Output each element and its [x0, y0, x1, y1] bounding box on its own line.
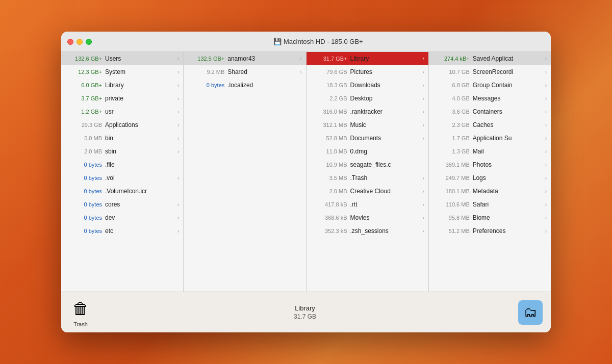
item-size: 249.7 MB — [433, 175, 470, 181]
list-item[interactable]: 6.0 GB+Library› — [61, 79, 183, 92]
close-button[interactable] — [67, 39, 73, 45]
list-item[interactable]: 9.2 MBShared› — [184, 65, 305, 79]
list-item[interactable]: 316.0 MB.ranktracker› — [307, 105, 428, 118]
col-header-4[interactable]: 274.4 kB+Saved Applicat› — [429, 52, 551, 65]
item-name: System — [105, 68, 175, 75]
header-name: anamor43 — [227, 55, 298, 62]
list-item[interactable]: 12.3 GB+System› — [61, 65, 183, 79]
item-size: 2.0 MB — [311, 188, 347, 194]
library-folder-icon: 🗂 — [518, 300, 543, 325]
chevron-icon: › — [177, 122, 179, 128]
col-header-1[interactable]: 132.6 GB+Users› — [61, 52, 183, 65]
header-size: 132.6 GB+ — [65, 56, 102, 62]
item-size: 180.1 MB — [433, 188, 470, 194]
item-size: 417.8 kB — [311, 201, 347, 207]
chevron-icon: › — [545, 215, 547, 221]
item-size: 10.7 GB — [433, 69, 470, 75]
list-item[interactable]: 51.2 MBPreferences› — [429, 224, 551, 238]
item-size: 1.7 GB — [433, 135, 470, 141]
chevron-icon: › — [300, 69, 301, 75]
list-item[interactable]: 0 bytes.file — [61, 158, 183, 171]
item-name: Messages — [473, 95, 543, 102]
trash-icon[interactable]: 🗑 Trash — [69, 298, 92, 327]
list-item[interactable]: 1.2 GB+usr› — [61, 105, 183, 118]
list-item[interactable]: 5.0 MBbin› — [61, 132, 183, 145]
chevron-icon: › — [422, 189, 424, 194]
item-name: Caches — [473, 121, 543, 128]
item-name: dev — [105, 214, 175, 221]
item-size: 0 bytes — [65, 175, 102, 181]
list-item[interactable]: 6.8 GBGroup Contain› — [429, 79, 551, 92]
item-name: Application Su — [473, 135, 543, 142]
list-item[interactable]: 249.7 MBLogs› — [429, 171, 551, 185]
header-name: Saved Applicat — [473, 55, 543, 62]
footer: 🗑 Trash Library 31.7 GB 🗂 — [61, 292, 551, 332]
item-size: 10.9 MB — [311, 162, 347, 168]
header-name: Users — [105, 55, 175, 62]
chevron-icon: › — [422, 228, 424, 234]
list-item[interactable]: 79.6 GBPictures› — [307, 65, 428, 79]
chevron-icon: › — [177, 175, 179, 181]
list-item[interactable]: 0 bytes.vol› — [61, 171, 183, 185]
list-item[interactable]: 10.7 GBScreenRecordi› — [429, 65, 551, 79]
item-size: 312.1 MB — [311, 122, 347, 128]
item-size: 3.5 MB — [311, 175, 347, 181]
column-2: 132.5 GB+anamor43›9.2 MBShared›0 bytes.l… — [184, 52, 306, 292]
chevron-icon: › — [545, 69, 547, 75]
col-header-2[interactable]: 132.5 GB+anamor43› — [184, 52, 305, 65]
item-name: .localized — [227, 82, 301, 89]
list-item[interactable]: 110.6 MBSafari› — [429, 198, 551, 211]
item-name: Metadata — [473, 188, 543, 195]
col-header-3[interactable]: 31.7 GB+Library› — [307, 52, 428, 65]
list-item[interactable]: 368.6 kBMovies› — [307, 211, 428, 224]
list-item[interactable]: 11.0 MB0.dmg — [307, 145, 428, 158]
chevron-icon: › — [422, 83, 424, 88]
item-size: 79.6 GB — [311, 69, 347, 75]
item-name: .vol — [105, 174, 175, 181]
list-item[interactable]: 389.1 MBPhotos› — [429, 158, 551, 171]
list-item[interactable]: 352.3 kB.zsh_sessions› — [307, 224, 428, 238]
item-size: 2.2 GB — [311, 95, 347, 101]
item-size: 12.3 GB+ — [65, 69, 102, 75]
item-name: Shared — [227, 68, 298, 75]
item-name: usr — [105, 108, 175, 115]
item-size: 6.8 GB — [433, 82, 470, 88]
list-item[interactable]: 0 bytesdev› — [61, 211, 183, 224]
list-item[interactable]: 2.0 MBCreative Cloud› — [307, 185, 428, 198]
list-item[interactable]: 29.3 GBApplications› — [61, 118, 183, 132]
list-item[interactable]: 1.7 GBApplication Su› — [429, 132, 551, 145]
list-item[interactable]: 52.8 MBDocuments› — [307, 132, 428, 145]
chevron-icon: › — [545, 189, 547, 194]
item-size: 29.3 GB — [65, 122, 102, 128]
footer-info: Library 31.7 GB — [92, 304, 518, 320]
list-item[interactable]: 0 bytes.localized — [184, 79, 305, 92]
list-item[interactable]: 18.3 GBDownloads› — [307, 79, 428, 92]
item-size: 0 bytes — [65, 215, 102, 221]
list-item[interactable]: 10.9 MBseagate_files.c — [307, 158, 428, 171]
list-item[interactable]: 0 bytes.VolumeIcon.icr — [61, 185, 183, 198]
list-item[interactable]: 4.0 GBMessages› — [429, 92, 551, 105]
item-name: Pictures — [350, 68, 421, 75]
item-size: 0 bytes — [65, 228, 102, 234]
list-item[interactable]: 312.1 MBMusic› — [307, 118, 428, 132]
list-item[interactable]: 180.1 MBMetadata› — [429, 185, 551, 198]
item-name: .Trash — [350, 174, 421, 181]
list-item[interactable]: 2.2 GBDesktop› — [307, 92, 428, 105]
list-item[interactable]: 3.6 GBContainers› — [429, 105, 551, 118]
fullscreen-button[interactable] — [86, 39, 92, 45]
list-item[interactable]: 3.5 MB.Trash› — [307, 171, 428, 185]
list-item[interactable]: 0 bytesetc› — [61, 224, 183, 238]
list-item[interactable]: 2.3 GBCaches› — [429, 118, 551, 132]
item-size: 52.8 MB — [311, 135, 347, 141]
item-size: 2.3 GB — [433, 122, 470, 128]
list-item[interactable]: 2.0 MBsbin› — [61, 145, 183, 158]
list-item[interactable]: 95.8 MBBiome› — [429, 211, 551, 224]
list-item[interactable]: 0 bytescores› — [61, 198, 183, 211]
chevron-icon: › — [545, 122, 547, 128]
list-item[interactable]: 3.7 GB+private› — [61, 92, 183, 105]
minimize-button[interactable] — [76, 39, 83, 45]
list-item[interactable]: 417.8 kB.rtt› — [307, 198, 428, 211]
chevron-icon: › — [300, 56, 301, 61]
disk-icon: 💾 — [273, 38, 284, 45]
list-item[interactable]: 1.3 GBMail› — [429, 145, 551, 158]
